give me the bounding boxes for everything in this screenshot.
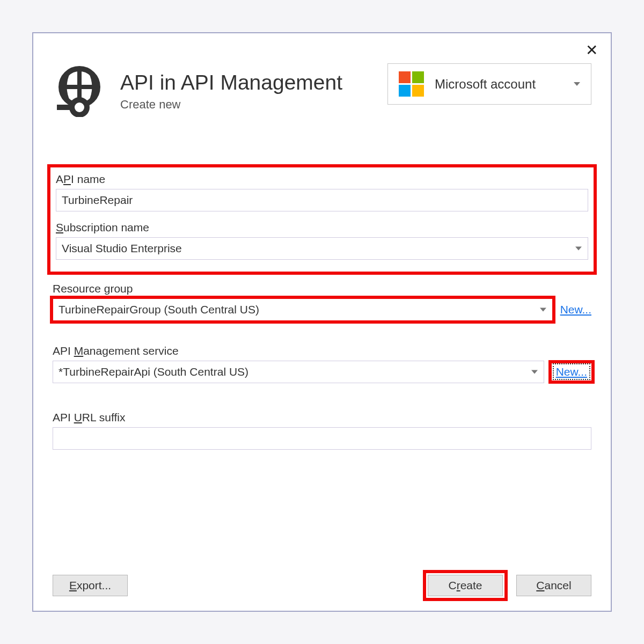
cancel-button[interactable]: Cancel	[516, 575, 591, 596]
apim-service-group: API Management service New...	[53, 345, 591, 383]
subscription-group: Subscription name	[56, 221, 588, 260]
subscription-value[interactable]	[56, 237, 588, 260]
microsoft-logo-icon	[399, 71, 424, 97]
resource-group-label: Resource group	[53, 282, 591, 295]
apim-service-label: API Management service	[53, 345, 591, 357]
apim-service-new-link[interactable]: New...	[555, 365, 588, 378]
api-name-input[interactable]	[56, 189, 588, 211]
api-name-group: API name	[56, 173, 588, 211]
url-suffix-group: API URL suffix	[53, 411, 591, 450]
account-label: Microsoft account	[435, 77, 536, 92]
url-suffix-input[interactable]	[53, 427, 591, 450]
dialog-container: ✕ API in API Management Cre	[32, 32, 612, 612]
api-name-label: API name	[56, 173, 588, 186]
button-row: Export... Create Cancel	[53, 573, 591, 598]
account-dropdown[interactable]: Microsoft account	[387, 63, 591, 105]
subscription-combo[interactable]	[56, 237, 588, 260]
resource-group-value[interactable]	[53, 298, 553, 321]
close-icon[interactable]: ✕	[586, 43, 598, 58]
api-globe-icon	[53, 63, 106, 119]
subscription-label: Subscription name	[56, 221, 588, 234]
chevron-down-icon	[574, 82, 580, 86]
highlight-api-and-subscription: API name Subscription name	[50, 167, 594, 272]
apim-service-value[interactable]	[53, 361, 544, 383]
export-button[interactable]: Export...	[53, 575, 128, 596]
apim-service-combo[interactable]	[53, 361, 544, 383]
title-block: API in API Management Create new	[53, 63, 342, 119]
resource-group-combo[interactable]	[53, 298, 553, 321]
dialog-header: API in API Management Create new Microso…	[53, 63, 591, 119]
svg-point-1	[72, 100, 87, 115]
resource-group-group: Resource group New...	[53, 282, 591, 321]
url-suffix-label: API URL suffix	[53, 411, 591, 424]
dialog-subtitle: Create new	[120, 98, 342, 112]
create-button[interactable]: Create	[428, 575, 503, 596]
resource-group-new-link[interactable]: New...	[560, 303, 591, 316]
highlight-apim-new: New...	[552, 363, 591, 380]
highlight-create-button: Create	[426, 573, 504, 598]
dialog-title: API in API Management	[120, 71, 342, 94]
form-area: API name Subscription name Resource grou…	[53, 167, 591, 450]
